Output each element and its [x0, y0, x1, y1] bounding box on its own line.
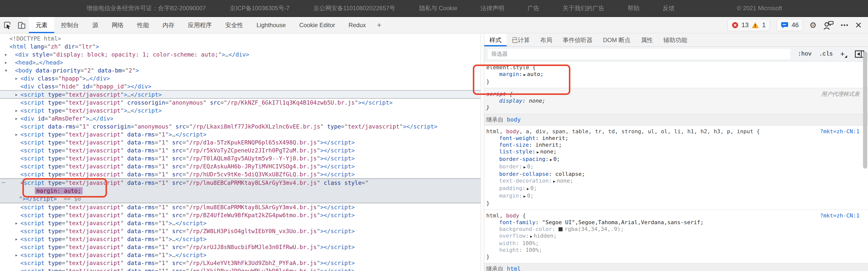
css-property[interactable]: width: 100%; — [486, 240, 858, 247]
feedback-person-icon[interactable] — [823, 21, 834, 30]
devtools-tab-源[interactable]: 源 — [86, 17, 105, 33]
devtools-tab-性能[interactable]: 性能 — [130, 17, 156, 33]
dom-tree-row[interactable]: ▼<body data-priority="2" data-bm="2"> — [0, 66, 480, 74]
settings-gear-icon[interactable]: ⚙ — [809, 21, 817, 30]
expand-arrow-icon[interactable]: ▶ — [16, 107, 18, 115]
styles-tab-样式[interactable]: 样式 — [484, 34, 507, 46]
css-rule-reset-rule[interactable]: html, body, a, div, span, table, tr, td,… — [484, 125, 868, 210]
footer-link[interactable]: 关于我们的广告 — [563, 4, 604, 12]
devtools-tab-应用程序[interactable]: 应用程序 — [181, 17, 218, 33]
css-property[interactable]: background-color: rgba(34,34,34,.9); — [486, 226, 858, 232]
css-property[interactable]: border:▶0; — [486, 163, 858, 171]
dom-tree-row[interactable]: ▶<script type="text/javascript" data-rms… — [0, 130, 480, 139]
styles-tab-辅助功能[interactable]: 辅助功能 — [658, 34, 692, 46]
dom-tree-row[interactable]: <script type="text/javascript" data-rms=… — [0, 243, 480, 251]
selected-dom-node[interactable]: ⋯<script type="text/javascript" data-rms… — [0, 178, 480, 203]
dom-tree-row[interactable]: ▶<div class="hpapp">…</div> — [0, 74, 480, 83]
devtools-tab-Cookie Editor[interactable]: Cookie Editor — [292, 17, 342, 33]
toggle-class-button[interactable]: .cls — [819, 51, 833, 57]
css-property[interactable]: border-spacing:▶0; — [486, 156, 858, 163]
footer-link[interactable]: 法律声明 — [480, 4, 504, 12]
panel-divider[interactable] — [480, 34, 484, 271]
inherited-node-link[interactable]: body — [507, 116, 521, 123]
inspect-element-button[interactable] — [0, 17, 14, 33]
more-options-icon[interactable]: ⋯ — [841, 21, 848, 30]
toggle-pseudo-state-button[interactable]: :hov — [798, 51, 811, 57]
devtools-tab-Redux[interactable]: Redux — [342, 17, 373, 33]
devtools-tab-Lighthouse[interactable]: Lighthouse — [250, 17, 292, 33]
footer-link[interactable]: 隐私与 Cookie — [419, 4, 457, 12]
device-toolbar-button[interactable] — [14, 17, 29, 33]
dom-tree-row[interactable]: ▶<script type="text/javascript">…</scrip… — [0, 107, 480, 115]
dom-tree-row[interactable]: ▶<div id="aRmsDefer">…</div> — [0, 115, 480, 123]
expand-arrow-icon[interactable]: ▼ — [5, 66, 7, 74]
css-rule-element-style[interactable]: element.style {margin:▶auto;} — [484, 62, 868, 88]
dom-tree-row[interactable]: <div class="hide" id="hpapp_id"></div> — [0, 83, 480, 90]
styles-tab-已计算[interactable]: 已计算 — [507, 34, 535, 46]
dom-tree-row[interactable]: <script type="text/javascript" data-rms=… — [0, 154, 480, 162]
dom-tree-row[interactable]: ▶<head>…</head> — [0, 59, 480, 66]
css-rule-ua-script[interactable]: script {用户代理样式表display: none;} — [484, 88, 868, 114]
dom-tree-row[interactable]: <script type="text/javascript" data-rms=… — [0, 211, 480, 219]
expand-arrow-icon[interactable]: ▶ — [16, 235, 18, 243]
dom-tree-row[interactable]: <script type="text/javascript" data-rms=… — [0, 267, 480, 271]
dom-tree-row[interactable]: <script data-rms="1" crossorigin="anonym… — [0, 123, 480, 130]
css-property[interactable]: height: 100%; — [486, 247, 858, 253]
styles-scrollbar-thumb[interactable] — [863, 52, 867, 169]
devtools-tab-内存[interactable]: 内存 — [156, 17, 181, 33]
css-property[interactable]: font-size: inherit; — [486, 142, 858, 148]
dom-tree-row[interactable]: <script type="text/javascript" data-rms=… — [0, 203, 480, 211]
styles-tab-事件侦听器[interactable]: 事件侦听器 — [557, 34, 598, 46]
dom-tree-row[interactable]: ▶<script type="text/javascript">…</scrip… — [0, 90, 480, 99]
css-rule-html-body-rule[interactable]: html, body {?mkt=zh-CN:1font-family: "Se… — [484, 210, 868, 263]
color-swatch[interactable] — [558, 227, 563, 232]
dom-tree-row[interactable]: <script type="text/javascript" data-rms=… — [0, 139, 480, 147]
dom-tree-row[interactable]: ▶<div style="display: block; opacity: 1;… — [0, 51, 480, 59]
css-property[interactable]: text-decoration:▶none; — [486, 177, 858, 185]
dom-tree-row[interactable]: <script type="text/javascript" data-rms=… — [0, 227, 480, 235]
dom-tree-row[interactable]: <html lang="zh" dir="ltr"> — [0, 42, 480, 51]
expand-arrow-icon[interactable]: ▶ — [5, 51, 7, 59]
add-devtools-tab-button[interactable]: + — [373, 17, 386, 33]
inherited-node-link[interactable]: html — [507, 266, 521, 271]
expand-arrow-icon[interactable]: ▶ — [16, 91, 18, 99]
close-devtools-icon[interactable]: ✕ — [855, 20, 862, 30]
css-property[interactable]: overflow:▶hidden; — [486, 232, 858, 240]
rule-selector[interactable]: script { — [486, 91, 858, 97]
footer-link[interactable]: 广告 — [528, 4, 539, 12]
expand-arrow-icon[interactable]: ▶ — [5, 59, 7, 66]
css-property[interactable]: margin:▶0; — [486, 192, 858, 200]
dom-tree-row[interactable]: ▶<script type="text/javascript" data-rms… — [0, 235, 480, 243]
issues-counter[interactable]: 13 1 — [727, 19, 770, 31]
dom-tree-row[interactable]: <!DOCTYPE html> — [0, 35, 480, 42]
expand-arrow-icon[interactable]: ▶ — [16, 130, 18, 139]
css-property[interactable]: display: none; — [486, 97, 858, 104]
expand-arrow-icon[interactable]: ▶ — [16, 219, 18, 227]
css-property[interactable]: border-collapse: collapse; — [486, 171, 858, 177]
devtools-tab-元素[interactable]: 元素 — [29, 17, 54, 33]
footer-link[interactable]: 反馈 — [663, 4, 675, 12]
css-property[interactable]: font-family: "Segoe UI",Segoe,Tahoma,Ari… — [486, 219, 858, 226]
styles-tab-布局[interactable]: 布局 — [535, 34, 557, 46]
dom-tree-row[interactable]: <script type="text/javascript" data-rms=… — [0, 147, 480, 154]
edited-style-text[interactable]: margin: auto; — [35, 187, 83, 194]
expand-arrow-icon[interactable]: ▶ — [16, 251, 18, 259]
dom-tree-row[interactable]: <script type="text/javascript" data-rms=… — [0, 162, 480, 170]
css-property[interactable]: padding:▶0; — [486, 185, 858, 192]
devtools-tab-控制台[interactable]: 控制台 — [54, 17, 86, 33]
dom-tree-row[interactable]: <script type="text/javascript" data-rms=… — [0, 259, 480, 267]
footer-link[interactable]: 帮助 — [628, 4, 640, 12]
dom-tree-row[interactable]: <script type="text/javascript" crossorig… — [0, 99, 480, 107]
dom-tree-row[interactable]: ▶<script type="text/javascript" data-rms… — [0, 219, 480, 227]
styles-tab-DOM 断点[interactable]: DOM 断点 — [598, 34, 636, 46]
rule-selector[interactable]: html, body { — [486, 212, 858, 219]
css-property[interactable]: margin:▶auto; — [486, 71, 858, 78]
css-property[interactable]: list-style:▶none; — [486, 148, 858, 156]
css-property[interactable]: font-weight: inherit; — [486, 135, 858, 142]
expand-arrow-icon[interactable]: ▶ — [16, 74, 18, 83]
stylesheet-link[interactable]: ?mkt=zh-CN:1 — [820, 212, 860, 219]
rule-selector[interactable]: html, body, a, div, span, table, tr, td,… — [486, 128, 858, 135]
new-style-rule-button[interactable]: + — [840, 50, 847, 58]
messages-counter[interactable]: 46 — [776, 19, 803, 31]
devtools-tab-网络[interactable]: 网络 — [105, 17, 130, 33]
